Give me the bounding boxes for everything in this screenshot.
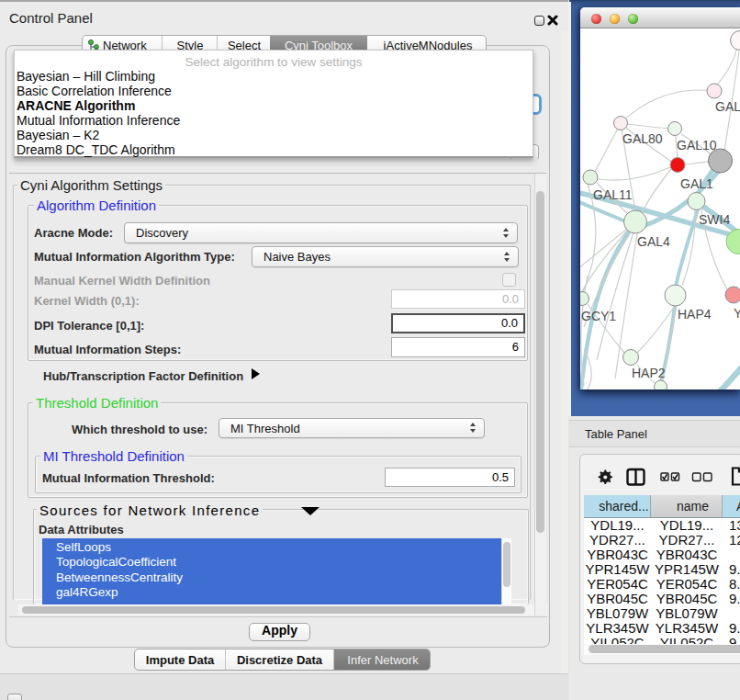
svg-text:Y: Y	[734, 306, 740, 321]
svg-text:GAL80: GAL80	[622, 131, 663, 146]
svg-text:GAL2: GAL2	[715, 99, 740, 114]
svg-text:GAL10: GAL10	[677, 138, 717, 152]
svg-text:GAL4: GAL4	[637, 234, 670, 249]
svg-text:GCY1: GCY1	[581, 309, 616, 323]
svg-text:SWI4: SWI4	[699, 212, 730, 227]
svg-text:HAP4: HAP4	[678, 307, 712, 322]
svg-text:GAL11: GAL11	[593, 187, 633, 202]
svg-text:HAP2: HAP2	[632, 366, 666, 380]
svg-text:GAL1: GAL1	[680, 176, 713, 191]
